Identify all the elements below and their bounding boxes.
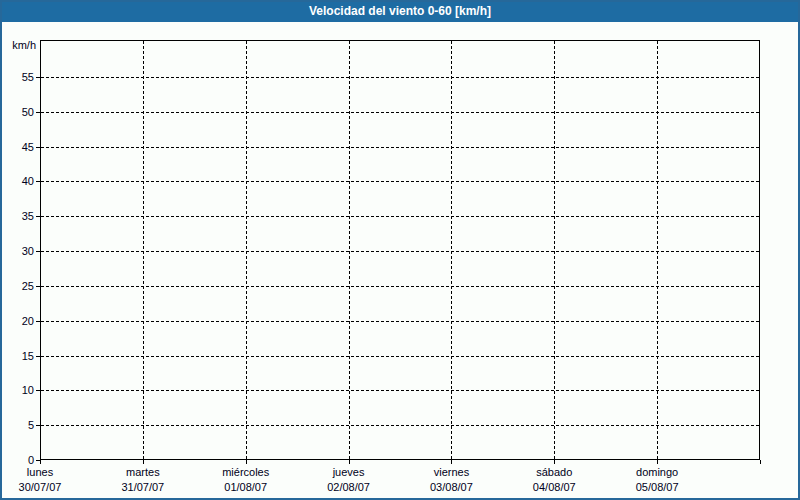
- x-axis-tick: [40, 460, 41, 464]
- x-axis-tick: [246, 460, 247, 464]
- y-axis-tick: [36, 181, 40, 182]
- x-gridline: [554, 41, 555, 459]
- x-gridline: [657, 41, 658, 459]
- y-axis-tick: [36, 77, 40, 78]
- y-tick-label: 50: [0, 106, 34, 118]
- x-day-label: domingo: [597, 466, 717, 479]
- y-gridline: [41, 216, 759, 217]
- y-tick-label: 25: [0, 280, 34, 292]
- y-gridline: [41, 112, 759, 113]
- y-axis-tick: [36, 147, 40, 148]
- y-gridline: [41, 77, 759, 78]
- plot-area: [40, 40, 760, 460]
- y-axis-tick: [36, 321, 40, 322]
- y-tick-label: 5: [0, 419, 34, 431]
- y-tick-label: 30: [0, 245, 34, 257]
- x-gridline: [246, 41, 247, 459]
- y-axis-tick: [36, 286, 40, 287]
- wind-speed-panel: Velocidad del viento 0-60 [km/h] km/h 05…: [0, 0, 800, 500]
- y-gridline: [41, 251, 759, 252]
- y-gridline: [41, 147, 759, 148]
- x-date-label: 05/08/07: [597, 481, 717, 494]
- y-axis-tick: [36, 356, 40, 357]
- y-tick-label: 10: [0, 384, 34, 396]
- x-gridline: [143, 41, 144, 459]
- y-axis-tick: [36, 216, 40, 217]
- y-tick-label: 35: [0, 210, 34, 222]
- y-tick-label: 55: [0, 71, 34, 83]
- x-gridline: [349, 41, 350, 459]
- y-tick-label: 0: [0, 454, 34, 466]
- y-gridline: [41, 286, 759, 287]
- y-axis-unit-label: km/h: [0, 39, 36, 51]
- wind-speed-chart: km/h 0510152025303540455055lunes30/07/07…: [0, 0, 800, 500]
- y-gridline: [41, 425, 759, 426]
- y-tick-label: 15: [0, 350, 34, 362]
- x-axis-tick: [657, 460, 658, 464]
- y-axis-tick: [36, 390, 40, 391]
- y-tick-label: 40: [0, 175, 34, 187]
- y-gridline: [41, 321, 759, 322]
- y-axis-tick: [36, 112, 40, 113]
- y-axis-tick: [36, 425, 40, 426]
- y-axis-tick: [36, 251, 40, 252]
- x-axis-tick: [451, 460, 452, 464]
- y-gridline: [41, 390, 759, 391]
- x-axis-tick: [760, 460, 761, 464]
- y-tick-label: 45: [0, 141, 34, 153]
- y-tick-label: 20: [0, 315, 34, 327]
- x-gridline: [451, 41, 452, 459]
- y-gridline: [41, 181, 759, 182]
- y-gridline: [41, 356, 759, 357]
- x-axis-tick: [554, 460, 555, 464]
- x-axis-tick: [143, 460, 144, 464]
- x-axis-tick: [349, 460, 350, 464]
